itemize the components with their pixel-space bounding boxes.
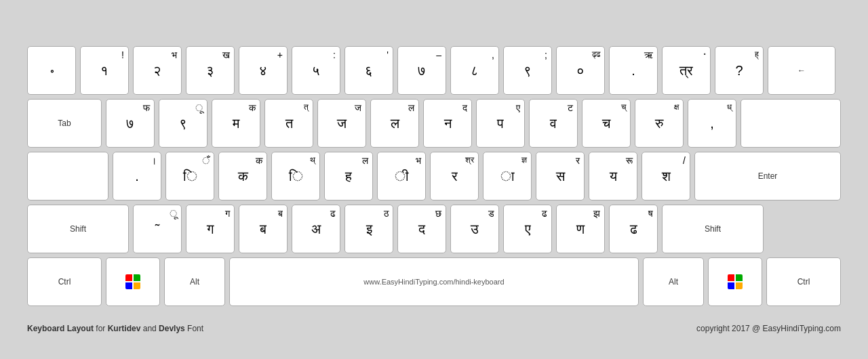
key-bracket[interactable]: ह् ?: [715, 46, 764, 95]
key-l[interactable]: र स: [536, 152, 585, 200]
keyboard-wrapper: ॰ ! १ भ २ ख ३ + ४ : ५ ' ६ – ७: [0, 26, 868, 320]
key-t[interactable]: ज ज: [317, 99, 366, 148]
key-q[interactable]: फ ७: [106, 99, 155, 148]
key-7[interactable]: – ७: [397, 46, 446, 95]
key-semicolon[interactable]: रू य: [589, 152, 637, 200]
key-slash[interactable]: ष ढ: [609, 205, 658, 253]
windows-icon-right: [728, 274, 743, 289]
key-ctrl-right[interactable]: Ctrl: [766, 257, 841, 306]
key-win-left[interactable]: [106, 257, 160, 306]
key-r[interactable]: त् त: [264, 99, 313, 148]
row-asdf: । . ँ ि क क थ् ि ल ह भ ी श्र र ज्ञ ा: [27, 152, 841, 200]
row-number: ॰ ! १ भ २ ख ३ + ४ : ५ ' ६ – ७: [27, 46, 841, 95]
key-b[interactable]: ठ इ: [344, 205, 393, 253]
key-j[interactable]: श्र र: [430, 152, 479, 200]
key-equals[interactable]: ॰ त्र: [662, 46, 711, 95]
key-9[interactable]: ; ९: [503, 46, 552, 95]
key-shift-right[interactable]: Shift: [662, 205, 764, 253]
key-h[interactable]: भ ी: [377, 152, 426, 200]
key-y[interactable]: ल ल: [370, 99, 419, 148]
key-lbracket[interactable]: क्ष रु: [635, 99, 684, 148]
key-minus[interactable]: ऋ .: [609, 46, 658, 95]
key-k[interactable]: ज्ञ ा: [483, 152, 532, 200]
key-tab[interactable]: Tab: [27, 99, 102, 148]
key-alt-left[interactable]: Alt: [164, 257, 225, 306]
key-0[interactable]: ढ्ढ ०: [556, 46, 605, 95]
windows-icon: [125, 274, 140, 289]
key-i[interactable]: ए प: [476, 99, 525, 148]
key-e[interactable]: क म: [212, 99, 260, 148]
key-3[interactable]: ख ३: [186, 46, 235, 95]
key-u[interactable]: द न: [423, 99, 472, 148]
key-space[interactable]: www.EasyHindiTyping.com/hindi-keyboard: [229, 257, 639, 306]
key-o[interactable]: ट व: [529, 99, 578, 148]
key-g[interactable]: ल ह: [324, 152, 373, 200]
key-v[interactable]: ढ अ: [292, 205, 340, 253]
key-6[interactable]: ' ६: [344, 46, 393, 95]
row-bottom: Ctrl Alt www.EasyHindiTyping.com/hindi-k…: [27, 257, 841, 306]
key-backtick[interactable]: ॰: [27, 46, 76, 95]
key-alt-right[interactable]: Alt: [643, 257, 704, 306]
key-enter[interactable]: Enter: [694, 152, 841, 200]
key-backslash[interactable]: [741, 99, 841, 148]
row-shift: Shift ू ˜ ग ग ब ब ढ अ ठ इ छ द ड उ: [27, 205, 841, 253]
key-4[interactable]: + ४: [239, 46, 288, 95]
key-a[interactable]: । .: [113, 152, 161, 200]
key-quote[interactable]: / श: [642, 152, 690, 200]
key-c[interactable]: ब ब: [239, 205, 288, 253]
key-d[interactable]: क क: [218, 152, 267, 200]
key-x[interactable]: ग ग: [186, 205, 235, 253]
key-n[interactable]: छ द: [397, 205, 446, 253]
key-p[interactable]: च् च: [582, 99, 631, 148]
key-s[interactable]: ँ ि: [165, 152, 214, 200]
key-shift-left[interactable]: Shift: [27, 205, 129, 253]
key-8[interactable]: , ८: [450, 46, 499, 95]
footer-right: copyright 2017 @ EasyHindiTyping.com: [696, 324, 841, 333]
key-w[interactable]: ू ९: [159, 99, 208, 148]
key-backspace[interactable]: ←: [768, 46, 835, 95]
key-m[interactable]: ड उ: [450, 205, 499, 253]
key-2[interactable]: भ २: [133, 46, 182, 95]
row-qwerty: Tab फ ७ ू ९ क म त् त ज ज ल ल द न: [27, 99, 841, 148]
key-z[interactable]: ू ˜: [133, 205, 182, 253]
key-win-right[interactable]: [708, 257, 762, 306]
key-ctrl-left[interactable]: Ctrl: [27, 257, 102, 306]
footer-left: Keyboard Layout for Kurtidev and Devlys …: [27, 324, 203, 333]
key-period[interactable]: झ ण: [556, 205, 605, 253]
key-caps-lock[interactable]: [27, 152, 108, 200]
key-1[interactable]: ! १: [80, 46, 129, 95]
key-f[interactable]: थ् ि: [271, 152, 320, 200]
key-5[interactable]: : ५: [292, 46, 340, 95]
key-rbracket[interactable]: ध् ,: [688, 99, 736, 148]
footer: Keyboard Layout for Kurtidev and Devlys …: [0, 320, 868, 333]
key-comma[interactable]: ढ ए: [503, 205, 552, 253]
